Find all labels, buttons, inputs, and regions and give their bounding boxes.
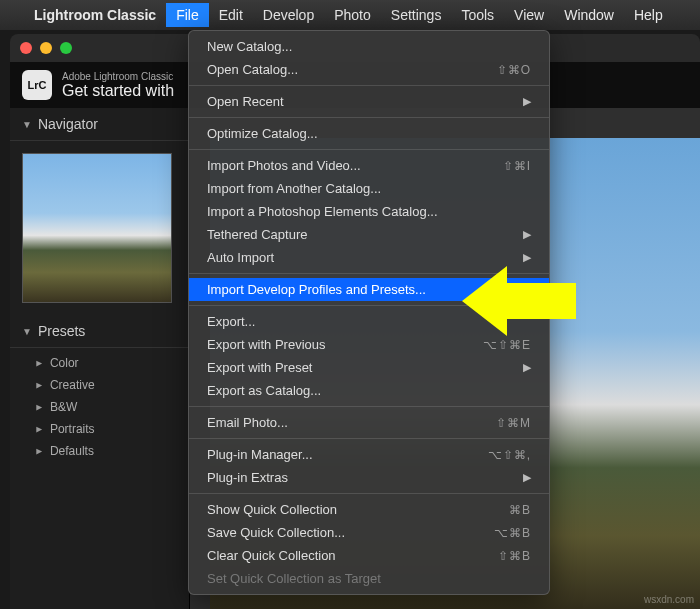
chevron-right-icon: ▼ [33, 358, 44, 368]
menubar-settings[interactable]: Settings [381, 3, 452, 27]
preset-group[interactable]: ▼Defaults [10, 440, 189, 462]
menubar-help[interactable]: Help [624, 3, 673, 27]
menu-export-preset[interactable]: Export with Preset▶ [189, 356, 549, 379]
preset-group[interactable]: ▼Portraits [10, 418, 189, 440]
chevron-right-icon: ▶ [523, 228, 531, 241]
preset-group[interactable]: ▼B&W [10, 396, 189, 418]
menu-separator [189, 493, 549, 494]
chevron-right-icon: ▼ [33, 402, 44, 412]
menu-open-catalog[interactable]: Open Catalog...⇧⌘O [189, 58, 549, 81]
menu-clear-quick-collection[interactable]: Clear Quick Collection⇧⌘B [189, 544, 549, 567]
preset-label: Creative [50, 378, 95, 392]
shortcut-label: ⇧⌘M [496, 416, 531, 430]
presets-label: Presets [38, 323, 85, 339]
navigator-panel-header[interactable]: ▼ Navigator [10, 108, 189, 141]
chevron-right-icon: ▼ [33, 424, 44, 434]
shortcut-label: ⌥⌘B [494, 526, 531, 540]
preset-label: Defaults [50, 444, 94, 458]
chevron-right-icon: ▼ [33, 446, 44, 456]
shortcut-label: ⌥⇧⌘, [488, 448, 531, 462]
menubar-photo[interactable]: Photo [324, 3, 381, 27]
menu-import-another-catalog[interactable]: Import from Another Catalog... [189, 177, 549, 200]
preset-label: Color [50, 356, 79, 370]
menubar-develop[interactable]: Develop [253, 3, 324, 27]
menu-plugin-manager[interactable]: Plug-in Manager...⌥⇧⌘, [189, 443, 549, 466]
zoom-icon[interactable] [60, 42, 72, 54]
annotation-arrow-icon [462, 266, 582, 336]
menu-export-catalog[interactable]: Export as Catalog... [189, 379, 549, 402]
menu-save-quick-collection[interactable]: Save Quick Collection...⌥⌘B [189, 521, 549, 544]
watermark-text: wsxdn.com [644, 594, 694, 605]
banner-subtitle: Adobe Lightroom Classic [62, 71, 174, 82]
menu-open-recent[interactable]: Open Recent▶ [189, 90, 549, 113]
menu-optimize-catalog[interactable]: Optimize Catalog... [189, 122, 549, 145]
chevron-right-icon: ▶ [523, 251, 531, 264]
banner-title: Get started with [62, 82, 174, 100]
presets-list: ▼Color ▼Creative ▼B&W ▼Portraits ▼Defaul… [10, 348, 189, 466]
close-icon[interactable] [20, 42, 32, 54]
shortcut-label: ⇧⌘B [498, 549, 531, 563]
menu-separator [189, 85, 549, 86]
chevron-right-icon: ▼ [33, 380, 44, 390]
shortcut-label: ⇧⌘O [497, 63, 531, 77]
app-badge-icon: LrC [22, 70, 52, 100]
app-menu[interactable]: Lightroom Classic [24, 7, 166, 23]
menubar-view[interactable]: View [504, 3, 554, 27]
window-controls [20, 42, 72, 54]
shortcut-label: ⌘B [509, 503, 531, 517]
left-panel: ▼ Navigator ▼ Presets ▼Color ▼Creative ▼… [10, 108, 190, 609]
menubar-file[interactable]: File [166, 3, 209, 27]
menubar-edit[interactable]: Edit [209, 3, 253, 27]
menubar-tools[interactable]: Tools [451, 3, 504, 27]
preset-label: B&W [50, 400, 77, 414]
disclosure-triangle-icon: ▼ [22, 326, 32, 337]
menu-import-pse-catalog[interactable]: Import a Photoshop Elements Catalog... [189, 200, 549, 223]
preset-group[interactable]: ▼Color [10, 352, 189, 374]
navigator-thumbnail[interactable] [22, 153, 172, 303]
chevron-right-icon: ▶ [523, 95, 531, 108]
menu-import-photos[interactable]: Import Photos and Video...⇧⌘I [189, 154, 549, 177]
menu-separator [189, 406, 549, 407]
shortcut-label: ⌥⇧⌘E [483, 338, 531, 352]
shortcut-label: ⇧⌘I [503, 159, 531, 173]
preset-group[interactable]: ▼Creative [10, 374, 189, 396]
disclosure-triangle-icon: ▼ [22, 119, 32, 130]
menu-plugin-extras[interactable]: Plug-in Extras▶ [189, 466, 549, 489]
system-menubar: Lightroom Classic File Edit Develop Phot… [0, 0, 700, 30]
menubar-window[interactable]: Window [554, 3, 624, 27]
menu-separator [189, 117, 549, 118]
chevron-right-icon: ▶ [523, 471, 531, 484]
preset-label: Portraits [50, 422, 95, 436]
menu-email-photo[interactable]: Email Photo...⇧⌘M [189, 411, 549, 434]
menu-separator [189, 438, 549, 439]
menu-show-quick-collection[interactable]: Show Quick Collection⌘B [189, 498, 549, 521]
menu-set-quick-target: Set Quick Collection as Target [189, 567, 549, 590]
menu-tethered-capture[interactable]: Tethered Capture▶ [189, 223, 549, 246]
navigator-label: Navigator [38, 116, 98, 132]
menu-export-previous[interactable]: Export with Previous⌥⇧⌘E [189, 333, 549, 356]
minimize-icon[interactable] [40, 42, 52, 54]
presets-panel-header[interactable]: ▼ Presets [10, 315, 189, 348]
chevron-right-icon: ▶ [523, 361, 531, 374]
menu-new-catalog[interactable]: New Catalog... [189, 35, 549, 58]
menu-separator [189, 149, 549, 150]
